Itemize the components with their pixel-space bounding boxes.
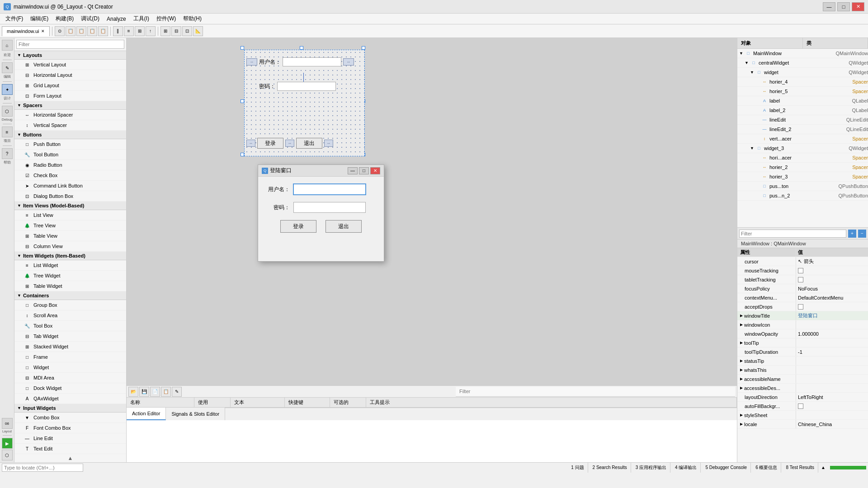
prop-cursor[interactable]: cursor ↖ 箭头 [737, 257, 868, 266]
prop-focuspolicy[interactable]: focusPolicy NoFocus [737, 284, 868, 293]
category-layouts-header[interactable]: ▼ Layouts [14, 51, 126, 60]
widget-font-combo-box[interactable]: F Font Combo Box [14, 423, 126, 433]
menu-edit[interactable]: 编辑(E) [27, 14, 52, 23]
widget-vertical-layout[interactable]: ⊞ Vertical Layout [14, 60, 126, 70]
menu-analyze[interactable]: Analyze [103, 15, 130, 23]
widget-dialog-button-box[interactable]: ⊡ Dialog Button Box [14, 191, 126, 202]
status-overview[interactable]: 6 概要信息 [752, 463, 781, 473]
mode-debug2[interactable]: ⬡ [2, 450, 13, 460]
mode-edit[interactable]: ✎ [2, 62, 13, 73]
widget-push-button[interactable]: □ Push Button [14, 139, 126, 150]
tree-spacer-4[interactable]: ↔ horier_4 Spacer [737, 77, 868, 87]
tree-widget3[interactable]: ▼ □ widget_3 QWidget [737, 144, 868, 153]
design-canvas-area[interactable]: ↔ 用户名： ↔ 密码： ↔ 登录 ↔ 退出 [127, 38, 737, 385]
tree-label2[interactable]: A label_2 QLabel [737, 106, 868, 115]
toolbar-btn-10[interactable]: ⊞ [160, 26, 170, 36]
prop-accessible-name[interactable]: ▶accessibleName [737, 375, 868, 384]
widget-widget[interactable]: □ Widget [14, 362, 126, 373]
tree-arrow-mainwindow[interactable]: ▼ [739, 51, 745, 56]
tree-spacer-5[interactable]: ↔ horier_5 Spacer [737, 87, 868, 96]
category-containers-header[interactable]: ▼ Containers [14, 291, 126, 300]
username-input[interactable] [283, 57, 341, 66]
prop-contextmenu[interactable]: contextMenu... DefaultContextMenu [737, 293, 868, 302]
prop-autofill[interactable]: autoFillBackgr... [737, 402, 868, 411]
widget-tab-widget[interactable]: ⊟ Tab Widget [14, 331, 126, 342]
widget-command-link[interactable]: ➤ Command Link Button [14, 181, 126, 191]
action-btn-1[interactable]: 📂 [128, 387, 138, 397]
login-button[interactable]: 登录 [257, 138, 283, 149]
toolbar-btn-5[interactable]: 📋 [98, 26, 108, 36]
toolbar-btn-8[interactable]: ⊞ [135, 26, 145, 36]
prop-acceptdrops[interactable]: acceptDrops [737, 302, 868, 311]
scroll-up[interactable]: ▲ [14, 454, 126, 462]
main-form-widget[interactable]: ↔ 用户名： ↔ 密码： ↔ 登录 ↔ 退出 [244, 50, 365, 156]
exit-button[interactable]: 退出 [296, 138, 322, 149]
category-buttons-header[interactable]: ▼ Buttons [14, 131, 126, 139]
toolbar-btn-9[interactable]: ↑ [146, 26, 156, 36]
widget-check-box[interactable]: ☑ Check Box [14, 170, 126, 181]
category-input-header[interactable]: ▼ Input Widgets [14, 404, 126, 413]
prop-add-btn[interactable]: + [848, 230, 856, 238]
prop-tablettracking[interactable]: tabletTracking [737, 275, 868, 284]
widget-filter-input[interactable] [16, 40, 124, 49]
widget-tool-button[interactable]: 🔧 Tool Button [14, 150, 126, 160]
widget-frame[interactable]: □ Frame [14, 352, 126, 362]
handle-tc[interactable] [300, 46, 303, 50]
login-dialog[interactable]: Q 登陆窗口 — □ ✕ 用户名： 密码： [258, 164, 384, 262]
tree-widget[interactable]: ▼ □ widget QWidget [737, 68, 868, 77]
mode-project[interactable]: ≡ [2, 127, 13, 137]
prop-tooltip[interactable]: ▶toolTip [737, 338, 868, 347]
prop-statustip[interactable]: ▶statusTip [737, 357, 868, 366]
tree-pushbtn[interactable]: □ pus...ton QPushButton [737, 182, 868, 191]
toolbar-btn-3[interactable]: 📋 [76, 26, 86, 36]
dialog-login-button[interactable]: 登录 [280, 220, 316, 233]
tt-checkbox[interactable] [798, 277, 803, 282]
tree-arrow-w3[interactable]: ▼ [750, 146, 755, 150]
status-search[interactable]: 2 Search Results [589, 463, 631, 473]
toolbar-btn-2[interactable]: 📋 [66, 26, 75, 36]
locate-input[interactable] [2, 464, 83, 472]
widget-tree-widget[interactable]: 🌲 Tree Widget [14, 271, 126, 281]
widget-list-view[interactable]: ≡ List View [14, 210, 126, 221]
tree-horier2[interactable]: ↔ horier_2 Spacer [737, 163, 868, 172]
mt-checkbox[interactable] [798, 268, 803, 273]
menu-controls[interactable]: 控件(W) [153, 14, 179, 23]
dialog-exit-button[interactable]: 退出 [326, 220, 362, 233]
status-debugger[interactable]: 5 Debugger Console [702, 463, 751, 473]
widget-table-view[interactable]: ⊞ Table View [14, 231, 126, 241]
toolbar-btn-12[interactable]: ⊡ [182, 26, 192, 36]
menu-tools[interactable]: 工具(I) [130, 14, 153, 23]
prop-windowtitle[interactable]: ▶windowTitle 登陆窗口 [737, 311, 868, 320]
tree-pushbtn2[interactable]: □ pus...n_2 QPushButton [737, 191, 868, 201]
title-controls[interactable]: — □ ✕ [823, 2, 864, 11]
dialog-close[interactable]: ✕ [370, 167, 380, 174]
prop-whatthis[interactable]: ▶whatsThis [737, 366, 868, 375]
widget-tree-view[interactable]: 🌲 Tree View [14, 221, 126, 231]
mode-debug[interactable]: ⬡ [2, 106, 13, 117]
menu-debug[interactable]: 调试(D) [77, 14, 103, 23]
widget-v-spacer[interactable]: ↕ Vertical Spacer [14, 120, 126, 131]
tree-hori-acer[interactable]: ↔ hori...acer Spacer [737, 153, 868, 163]
handle-tr[interactable] [362, 46, 365, 50]
prop-accessible-desc[interactable]: ▶accessibleDes... [737, 384, 868, 393]
widget-mdi-area[interactable]: ⊟ MDI Area [14, 373, 126, 383]
tree-central-widget[interactable]: ▼ □ centralWidget QWidget [737, 58, 868, 68]
dialog-maximize[interactable]: □ [359, 167, 369, 174]
category-item-views-header[interactable]: ▼ Item Views (Model-Based) [14, 202, 126, 210]
widget-h-spacer[interactable]: ↔ Horizontal Spacer [14, 110, 126, 120]
action-btn-3[interactable]: 📄 [150, 387, 160, 397]
tab-signals-slots[interactable]: Signals & Slots Editor [166, 408, 225, 420]
tree-main-window[interactable]: ▼ □ MainWindow QMainWindow [737, 49, 868, 58]
widget-column-view[interactable]: ⊟ Column View [14, 241, 126, 252]
file-tab-close[interactable]: ✕ [41, 29, 45, 33]
mode-layout[interactable]: 06 [2, 418, 13, 429]
toolbar-btn-7[interactable]: ≡ [124, 26, 134, 36]
menu-file[interactable]: 文件(F) [2, 14, 27, 23]
status-compile[interactable]: 4 编译输出 [671, 463, 701, 473]
action-btn-5[interactable]: ✎ [172, 387, 182, 397]
ad-checkbox[interactable] [798, 304, 803, 310]
widget-list-widget[interactable]: ≡ List Widget [14, 260, 126, 271]
action-filter-input[interactable] [456, 387, 735, 397]
toolbar-btn-11[interactable]: ⊟ [171, 26, 181, 36]
minimize-button[interactable]: — [823, 2, 835, 11]
